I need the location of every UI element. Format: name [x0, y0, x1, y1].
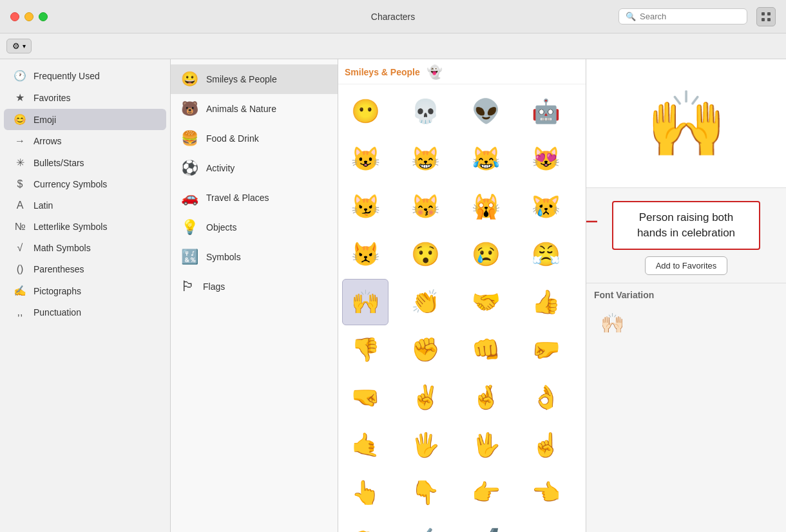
svg-rect-2 [762, 18, 765, 21]
emoji-cell[interactable]: 💀 [403, 88, 449, 135]
sidebar-label-bullets-stars: Bullets/Stars [34, 158, 84, 168]
emoji-cell[interactable]: 👆 [342, 470, 388, 516]
font-variation-title: Font Variation [594, 290, 778, 300]
sidebar-item-parentheses[interactable]: () Parentheses [4, 259, 166, 280]
sidebar-label-pictographs: Pictographs [34, 286, 81, 296]
emoji-cell[interactable]: ✍️ [403, 517, 449, 532]
category-icon-flags: 🏳 [181, 278, 195, 295]
category-label-animals-nature: Animals & Nature [206, 104, 276, 114]
emoji-cell[interactable]: 🤞 [463, 374, 509, 421]
emoji-cell[interactable]: 🙌 [342, 279, 388, 325]
sidebar-item-favorites[interactable]: ★ Favorites [4, 87, 166, 108]
category-item-objects[interactable]: 💡 Objects [171, 213, 338, 242]
emoji-cell[interactable]: 🤝 [463, 279, 509, 325]
sidebar-item-emoji[interactable]: 😊 Emoji [4, 109, 166, 130]
category-item-activity[interactable]: ⚽ Activity [171, 153, 338, 183]
sidebar-icon-letterlike: № [13, 221, 27, 233]
emoji-cell[interactable]: 😶 [342, 88, 388, 135]
emoji-cell[interactable]: 🖖 [463, 422, 509, 468]
emoji-cell[interactable]: 😹 [463, 136, 509, 182]
emoji-cell[interactable]: 😺 [342, 136, 388, 182]
emoji-cell[interactable]: 🤏 [342, 517, 388, 532]
emoji-cell[interactable]: 🤖 [523, 88, 570, 135]
emoji-cell[interactable]: 😻 [523, 136, 570, 182]
emoji-cell[interactable]: 😸 [403, 136, 449, 182]
category-icon-animals-nature: 🐻 [181, 100, 198, 117]
sidebar-icon-parentheses: () [13, 263, 27, 275]
emoji-cell[interactable]: 😤 [523, 231, 570, 278]
emoji-cell[interactable]: 👇 [403, 470, 449, 516]
emoji-cell[interactable]: 👄 [523, 517, 570, 532]
sidebar-item-punctuation[interactable]: ,, Punctuation [4, 302, 166, 323]
sidebar-item-currency[interactable]: $ Currency Symbols [4, 174, 166, 195]
close-button[interactable] [10, 12, 19, 21]
sidebar-label-punctuation: Punctuation [34, 307, 81, 318]
sidebar-item-pictographs[interactable]: ✍ Pictographs [4, 280, 166, 301]
emoji-cell[interactable]: 🤜 [342, 374, 388, 421]
emoji-cell[interactable]: 😽 [403, 184, 449, 230]
title-bar: Characters 🔍 [0, 0, 786, 33]
category-label-travel-places: Travel & Places [206, 193, 269, 203]
category-item-animals-nature[interactable]: 🐻 Animals & Nature [171, 94, 338, 124]
grid-view-button[interactable] [756, 7, 776, 26]
font-variation-grid: 🙌🏻 [594, 305, 778, 341]
emoji-cell[interactable]: 👌 [523, 374, 570, 421]
category-item-smileys-people[interactable]: 😀 Smileys & People [171, 64, 338, 94]
emoji-cell[interactable]: 👏 [403, 279, 449, 325]
sidebar-item-math[interactable]: √ Math Symbols [4, 238, 166, 258]
emoji-cell[interactable]: 🙀 [463, 184, 509, 230]
category-label-food-drink: Food & Drink [206, 133, 259, 144]
font-variation-item[interactable]: 🙌🏻 [594, 305, 630, 341]
emoji-cell[interactable]: 👈 [523, 470, 570, 516]
category-icon-symbols: 🔣 [181, 249, 198, 265]
sidebar-icon-punctuation: ,, [13, 307, 27, 318]
emoji-cell[interactable]: 😿 [523, 184, 570, 230]
add-to-favorites-button[interactable]: Add to Favorites [645, 256, 728, 275]
category-icon-smileys-people: 😀 [181, 71, 198, 88]
search-input[interactable] [640, 12, 740, 21]
sidebar-item-bullets-stars[interactable]: ✳ Bullets/Stars [4, 152, 166, 173]
annotation-area: Person raising both hands in celebration… [586, 188, 786, 283]
emoji-cell[interactable]: 👽 [463, 88, 509, 135]
maximize-button[interactable] [39, 12, 48, 21]
sidebar: 🕐 Frequently Used★ Favorites😊 Emoji→ Arr… [0, 59, 171, 532]
emoji-grid-panel: Smileys & People 👻 😶💀👽🤖😺😸😹😻😼😽🙀😿😾😯😢😤🙌👏🤝👍👎… [338, 59, 586, 532]
sidebar-label-parentheses: Parentheses [34, 264, 84, 274]
category-item-travel-places[interactable]: 🚗 Travel & Places [171, 183, 338, 213]
sidebar-label-emoji: Emoji [34, 115, 56, 125]
sidebar-label-math: Math Symbols [34, 243, 91, 253]
emoji-cell[interactable]: 👎 [342, 327, 388, 373]
minimize-button[interactable] [24, 12, 34, 21]
detail-preview: 🙌 [586, 59, 786, 188]
category-item-symbols[interactable]: 🔣 Symbols [171, 242, 338, 272]
sidebar-item-latin[interactable]: A Latin [4, 195, 166, 216]
emoji-cell[interactable]: 😼 [342, 184, 388, 230]
toolbar: ⚙ ▾ [0, 33, 786, 59]
emoji-ghost-icon: 👻 [427, 64, 443, 80]
category-item-food-drink[interactable]: 🍔 Food & Drink [171, 124, 338, 153]
sidebar-item-arrows[interactable]: → Arrows [4, 131, 166, 151]
emoji-cell[interactable]: 🤛 [523, 327, 570, 373]
emoji-description: Person raising both hands in celebration [637, 211, 735, 239]
emoji-cell[interactable]: ✊ [403, 327, 449, 373]
gear-button[interactable]: ⚙ ▾ [6, 39, 32, 53]
emoji-cell[interactable]: 🖐 [403, 422, 449, 468]
emoji-cell[interactable]: ✌️ [403, 374, 449, 421]
category-icon-objects: 💡 [181, 219, 198, 236]
sidebar-label-latin: Latin [34, 200, 53, 211]
emoji-cell[interactable]: 🤙 [342, 422, 388, 468]
sidebar-item-frequently-used[interactable]: 🕐 Frequently Used [4, 65, 166, 86]
emoji-cell[interactable]: ☝️ [523, 422, 570, 468]
sidebar-icon-emoji: 😊 [13, 113, 27, 126]
category-item-flags[interactable]: 🏳 Flags [171, 272, 338, 301]
emoji-cell[interactable]: 👉 [463, 470, 509, 516]
emoji-cell[interactable]: 👍 [523, 279, 570, 325]
gear-icon: ⚙ [12, 41, 20, 51]
sidebar-item-letterlike[interactable]: № Letterlike Symbols [4, 216, 166, 237]
emoji-cell[interactable]: 💅 [463, 517, 509, 532]
emoji-cell[interactable]: 😢 [463, 231, 509, 278]
emoji-cell[interactable]: 👊 [463, 327, 509, 373]
emoji-cell[interactable]: 😾 [342, 231, 388, 278]
emoji-cell[interactable]: 😯 [403, 231, 449, 278]
sidebar-icon-bullets-stars: ✳ [13, 157, 27, 169]
